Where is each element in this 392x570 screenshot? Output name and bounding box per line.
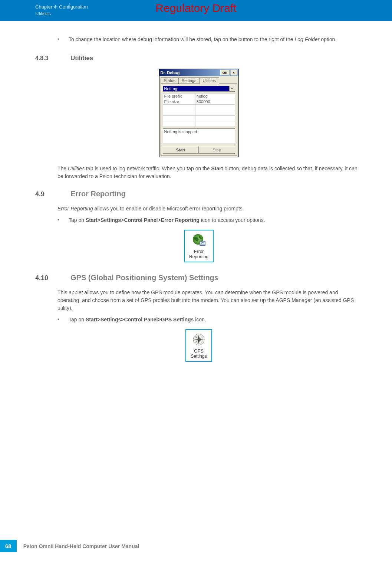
section-number: 4.10 [35,274,70,282]
watermark: Regulatory Draft [155,2,236,14]
icon-label-2: Reporting [189,254,208,259]
dialog-title: Dr. Debug [161,71,180,75]
start-button[interactable]: Start [163,146,199,154]
bullet-gps-settings: • Tap on Start>Settings>Control Panel>GP… [57,316,362,324]
ok-button[interactable]: OK [220,70,230,75]
bullet-dot: • [57,216,69,224]
tab-panel: NetLog ▼ File prefixnetlog File size5000… [161,83,237,156]
section-number: 4.8.3 [35,55,70,62]
tab-status[interactable]: Status [161,77,179,83]
error-reporting-icon [191,233,206,248]
bullet-text: Tap on Start>Settings>Control Panel>GPS … [69,316,206,324]
error-reporting-icon-box[interactable]: Error Reporting [184,230,214,262]
section-title: Utilities [70,55,93,62]
section-title: Error Reporting [70,190,126,198]
bullet-error-reporting: • Tap on Start>Settings>Control Panel>Er… [57,216,362,224]
dr-debug-dialog: Dr. Debug OK × Status Settings Utilities… [159,69,239,157]
bullet-text: To change the location where debug infor… [69,36,336,43]
icon-label-1: GPS [191,348,207,354]
utilities-paragraph: The Utilities tab is used to log network… [57,165,362,180]
close-button[interactable]: × [231,70,237,75]
section-title: GPS (Global Positioning System) Settings [70,273,218,282]
utility-dropdown[interactable]: NetLog ▼ [163,86,235,92]
svg-point-6 [198,339,200,340]
properties-grid: File prefixnetlog File size500000 [163,93,235,127]
page-number: 68 [0,540,17,552]
gps-paragraph: This applet allows you to define how the… [57,289,362,312]
tab-utilities[interactable]: Utilities [199,77,219,84]
error-reporting-paragraph: Error Reporting allows you to enable or … [57,205,362,213]
bullet-text: Tap on Start>Settings>Control Panel>Erro… [69,216,265,224]
bullet-dot: • [57,36,69,43]
table-row [163,121,235,127]
gps-settings-icon-box[interactable]: GPS Settings [185,329,212,362]
dropdown-value: NetLog [163,86,229,92]
table-row [163,110,235,116]
page-footer: 68 Psion Omnii Hand-Held Computer User M… [0,540,139,552]
bullet-log-folder: • To change the location where debug inf… [57,36,362,43]
table-row [163,105,235,110]
table-row: File prefixnetlog [163,94,235,99]
stop-button: Stop [199,146,235,154]
icon-label-1: Error [189,249,208,254]
tab-strip: Status Settings Utilities [159,76,238,83]
footer-title: Psion Omnii Hand-Held Computer User Manu… [23,543,139,549]
section-4-9: 4.9 Error Reporting [35,190,362,198]
gps-settings-icon [191,333,206,347]
table-row [163,116,235,121]
section-number: 4.9 [35,190,70,198]
section-4-10: 4.10 GPS (Global Positioning System) Set… [35,273,362,282]
bullet-dot: • [57,316,69,324]
chevron-down-icon[interactable]: ▼ [229,86,235,92]
icon-label-2: Settings [191,354,207,359]
dialog-title-bar: Dr. Debug OK × [159,69,238,76]
table-row: File size500000 [163,99,235,105]
tab-settings[interactable]: Settings [178,77,200,83]
status-message: NetLog is stopped. [163,128,235,144]
section-4-8-3: 4.8.3 Utilities [35,55,362,62]
